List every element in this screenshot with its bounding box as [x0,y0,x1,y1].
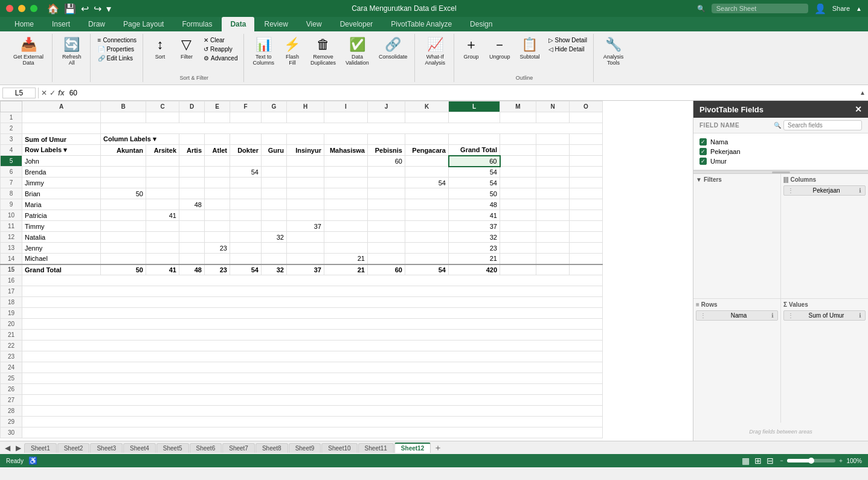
cell-k3[interactable] [405,134,449,145]
cell-i7[interactable] [324,178,368,188]
cell-l15[interactable]: 420 [449,264,500,275]
cell-i12[interactable] [324,232,368,243]
cell-g15[interactable]: 32 [262,264,287,275]
cell-k12[interactable] [405,232,449,243]
cell-d12[interactable] [179,232,205,243]
cell-i3[interactable] [324,134,368,145]
cell-f13[interactable] [230,243,262,254]
cell-g1[interactable] [262,112,287,123]
cell-e15[interactable]: 23 [205,264,230,275]
col-header-a[interactable]: A [22,101,101,112]
cell-m10[interactable] [500,210,536,221]
cell-m6[interactable] [500,167,536,178]
cell-m3[interactable] [500,134,536,145]
sheet-tab-sheet3[interactable]: Sheet3 [90,443,123,453]
share-label[interactable]: Share [832,5,850,12]
cell-b8[interactable]: 50 [101,188,146,199]
cell-l6[interactable]: 54 [449,167,500,178]
cell-k11[interactable] [405,221,449,232]
zoom-in-button[interactable]: ＋ [838,456,844,465]
cell-m4[interactable] [500,145,536,156]
pivot-field-umur-checkbox[interactable]: ✓ [699,158,707,165]
cell-h14[interactable] [287,254,324,264]
filter-button[interactable]: ▽ Filter [175,35,199,62]
edit-links-button[interactable]: 🔗 Edit Links [95,54,139,62]
formula-cancel-icon[interactable]: ✕ [41,89,47,97]
cell-m7[interactable] [500,178,536,188]
formula-expand-icon[interactable]: ▲ [860,89,866,96]
cell-n9[interactable] [536,199,570,210]
cell-l5[interactable]: 60 [449,156,500,167]
tab-data[interactable]: Data [222,17,254,31]
sheet-tab-sheet7[interactable]: Sheet7 [222,443,255,453]
col-header-b[interactable]: B [101,101,146,112]
cell-j9[interactable] [368,199,405,210]
cell-f12[interactable] [230,232,262,243]
cell-g14[interactable] [262,254,287,264]
cell-g5[interactable] [262,156,287,167]
cell-b11[interactable] [101,221,146,232]
cell-a7[interactable]: Jimmy [22,178,101,188]
cell-j7[interactable] [368,178,405,188]
zoom-slider[interactable] [787,459,835,462]
cell-i14[interactable]: 21 [324,254,368,264]
flash-fill-button[interactable]: ⚡ FlashFill [280,35,304,68]
cell-e10[interactable] [205,210,230,221]
cell-f10[interactable] [230,210,262,221]
cell-k15[interactable]: 54 [405,264,449,275]
cell-g9[interactable] [262,199,287,210]
cell-j4[interactable]: Pebisnis [368,145,405,156]
cell-b3[interactable]: Column Labels ▾ [101,134,179,145]
cell-a4[interactable]: Row Labels ▾ [22,145,101,156]
cell-i6[interactable] [324,167,368,178]
col-header-h[interactable]: H [287,101,324,112]
cell-n1[interactable] [536,112,570,123]
cell-j6[interactable] [368,167,405,178]
pivot-values-sum-umur-tag[interactable]: ⋮ Sum of Umur ℹ [783,310,866,321]
data-validation-button[interactable]: ✅ DataValidation [342,35,373,68]
cell-o4[interactable] [570,145,603,156]
get-external-data-button[interactable]: 📥 Get ExternalData [10,35,47,68]
cell-l13[interactable]: 23 [449,243,500,254]
cell-j12[interactable] [368,232,405,243]
col-header-k[interactable]: K [405,101,449,112]
cell-n14[interactable] [536,254,570,264]
pivot-columns-pekerjaan-info-icon[interactable]: ℹ [859,187,861,194]
cell-d6[interactable] [179,167,205,178]
cell-h11[interactable]: 37 [287,221,324,232]
cell-e14[interactable] [205,254,230,264]
cell-c7[interactable] [146,178,179,188]
cell-e11[interactable] [205,221,230,232]
cell-c13[interactable] [146,243,179,254]
cell-i10[interactable] [324,210,368,221]
cell-o3[interactable] [570,134,603,145]
cell-m1[interactable] [500,112,536,123]
cell-l8[interactable]: 50 [449,188,500,199]
analysis-tools-button[interactable]: 🔧 AnalysisTools [600,35,628,68]
col-header-g[interactable]: G [262,101,287,112]
advanced-button[interactable]: ⚙ Advanced [201,54,240,62]
spreadsheet[interactable]: A B C D E F G H I J K L M N O [0,101,693,441]
pivot-columns-pekerjaan-tag[interactable]: ⋮ Pekerjaan ℹ [783,185,866,196]
tab-home[interactable]: Home [6,17,42,31]
cell-j5[interactable]: 60 [368,156,405,167]
tab-design[interactable]: Design [461,17,501,31]
cell-h15[interactable]: 37 [287,264,324,275]
cell-c4[interactable]: Arsitek [146,145,179,156]
cell-n8[interactable] [536,188,570,199]
what-if-analysis-button[interactable]: 📈 What-IfAnalysis [421,35,449,68]
cell-j15[interactable]: 60 [368,264,405,275]
sheet-tab-sheet8[interactable]: Sheet8 [256,443,288,453]
cell-m15[interactable] [500,264,536,275]
cell-e1[interactable] [205,112,230,123]
cell-n15[interactable] [536,264,570,275]
pivot-values-area[interactable]: Σ Values ⋮ Sum of Umur ℹ [781,299,868,423]
refresh-all-button[interactable]: 🔄 RefreshAll [59,35,85,68]
cell-k13[interactable] [405,243,449,254]
col-header-m[interactable]: M [500,101,536,112]
cell-j11[interactable] [368,221,405,232]
page-break-view-icon[interactable]: ⊟ [767,456,774,466]
cell-o11[interactable] [570,221,603,232]
cell-k10[interactable] [405,210,449,221]
cell-a6[interactable]: Brenda [22,167,101,178]
